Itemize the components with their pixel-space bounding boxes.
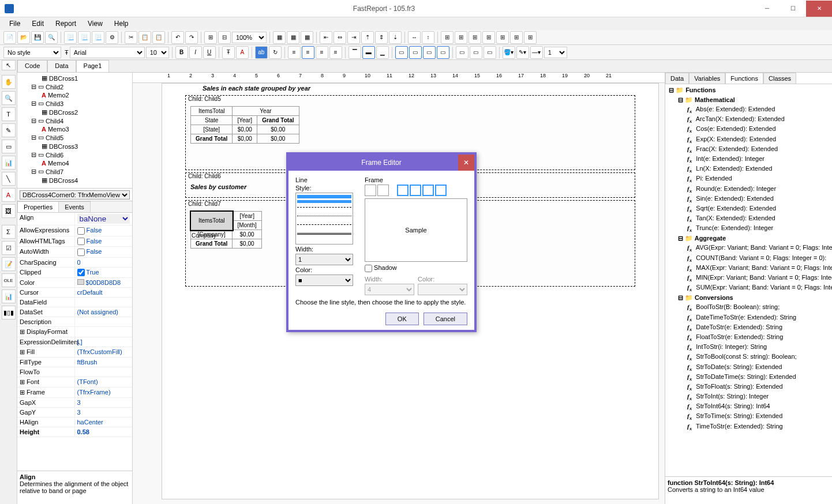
prop-row[interactable]: ExpressionDelimiters[,] [17, 337, 132, 347]
fontsize-combo[interactable]: 10 [146, 47, 169, 58]
barcode-tool[interactable]: ▮▯▮ [2, 306, 16, 319]
func-item[interactable]: fx TimeToStr(e: Extended): String [666, 422, 831, 432]
prop-row[interactable]: Description [17, 317, 132, 327]
undo-button[interactable]: ↶ [171, 31, 184, 44]
rotate-button[interactable]: ↻ [269, 46, 282, 59]
group-button[interactable]: ⊞ [204, 31, 217, 44]
tree-node[interactable]: ▦ DBCross4 [18, 176, 131, 185]
text-tool[interactable]: T [2, 107, 16, 121]
func-item[interactable]: fx DateTimeToStr(e: Extended): String [666, 313, 831, 323]
frame-left-button[interactable]: ▭ [423, 46, 436, 59]
func-item[interactable]: fx Exp(X: Extended): Extended [666, 135, 831, 145]
prop-row[interactable]: GapY3 [17, 408, 132, 418]
snap-button[interactable]: ▦ [287, 31, 299, 44]
rtab-variables[interactable]: Variables [689, 73, 725, 84]
prop-row[interactable]: ⊞ Frame(TfrxFrame) [17, 388, 132, 398]
align-center-button[interactable]: ⇔ [333, 31, 346, 44]
prop-row[interactable]: DataSet(Not assigned) [17, 307, 132, 317]
hand-tool[interactable]: ✋ [2, 75, 16, 89]
center-h-button[interactable]: ⊞ [441, 31, 454, 44]
func-group[interactable]: ⊟ 📁 Mathematical [666, 95, 831, 105]
halign-center-button[interactable]: ≡ [302, 46, 314, 59]
frame-all-preset[interactable] [377, 185, 389, 196]
frame-none-button[interactable]: ▭ [470, 46, 482, 59]
tab-properties[interactable]: Properties [17, 201, 59, 212]
frame-bot-button[interactable]: ▭ [409, 46, 422, 59]
tree-node[interactable]: ⊟ ▭ Child3 [18, 99, 131, 108]
frame-all-button[interactable]: ▭ [456, 46, 469, 59]
align-top-button[interactable]: ⇡ [361, 31, 374, 44]
frame-top-side[interactable] [397, 185, 408, 196]
report-title[interactable]: Sales in each state grouped by year [162, 84, 658, 93]
func-item[interactable]: fx Abs(e: Extended): Extended [666, 105, 831, 115]
func-group[interactable]: ⊟ 📁 Conversions [666, 293, 831, 303]
font-combo[interactable]: Arial [70, 47, 145, 58]
prop-row[interactable]: CharSpacing0 [17, 258, 132, 268]
same-h-button[interactable]: ⊞ [482, 31, 495, 44]
cut-button[interactable]: ✂ [125, 31, 137, 44]
func-item[interactable]: fx Sqrt(e: Extended): Extended [666, 204, 831, 214]
tab-events[interactable]: Events [58, 201, 91, 212]
menu-help[interactable]: Help [110, 18, 133, 29]
tree-node[interactable]: ⊟ ▭ Child5 [18, 133, 131, 142]
func-item[interactable]: fx Frac(X: Extended): Extended [666, 145, 831, 155]
halign-justify-button[interactable]: ≡ [329, 46, 342, 59]
align-left-button[interactable]: ⇤ [320, 31, 332, 44]
func-item[interactable]: fx Ln(X: Extended): Extended [666, 164, 831, 174]
sum-tool[interactable]: Σ [2, 225, 16, 239]
same-button[interactable]: ⊞ [510, 31, 523, 44]
func-item[interactable]: fx StrToInt64(s: String): Int64 [666, 402, 831, 412]
space-v-button[interactable]: ↕ [422, 31, 434, 44]
ok-button[interactable]: OK [385, 313, 419, 325]
grid-button[interactable]: ▦ [273, 31, 286, 44]
minimize-button[interactable]: ─ [754, 1, 780, 17]
line-style-list[interactable] [295, 193, 353, 245]
report-tree[interactable]: ▦ DBCross1⊟ ▭ Child2A Memo2⊟ ▭ Child3▦ D… [17, 73, 132, 188]
maximize-button[interactable]: ☐ [780, 1, 806, 17]
valign-top-button[interactable]: ▔ [348, 46, 361, 59]
func-item[interactable]: fx COUNT(Band: Variant = 0; Flags: Integ… [666, 254, 831, 264]
tree-node[interactable]: ⊟ ▭ Child6 [18, 151, 131, 159]
dialog-title[interactable]: Frame Editor ✕ [288, 155, 474, 171]
func-item[interactable]: fx Cos(e: Extended): Extended [666, 125, 831, 134]
tab-page1[interactable]: Page1 [76, 60, 110, 72]
close-button[interactable]: ✕ [806, 1, 832, 17]
prop-row[interactable]: ⊞ Font(TFont) [17, 377, 132, 388]
prop-row[interactable]: Color $00D8D8D8 [17, 278, 132, 288]
center-v-button[interactable]: ⊞ [455, 31, 467, 44]
func-item[interactable]: fx StrToInt(s: String): Integer [666, 392, 831, 402]
italic-button[interactable]: I [189, 46, 202, 59]
prop-row[interactable]: AutoWidth False [17, 247, 132, 258]
dbcross4[interactable]: ItemsTotal[Year] [Month] [Company]$0,00 … [190, 211, 262, 249]
copy-button[interactable]: 📋 [138, 31, 151, 44]
tree-node[interactable]: ⊟ ▭ Child2 [18, 82, 131, 91]
menu-report[interactable]: Report [51, 18, 81, 29]
frame-none-preset[interactable] [365, 185, 376, 196]
underline-button[interactable]: U [203, 46, 216, 59]
menu-view[interactable]: View [83, 18, 107, 29]
line-width-combo[interactable]: 1 [544, 47, 567, 58]
ole-tool[interactable]: OLE [2, 273, 16, 287]
func-group[interactable]: ⊟ 📁 Aggregate [666, 234, 831, 243]
func-item[interactable]: fx MAX(Expr: Variant; Band: Variant = 0;… [666, 264, 831, 273]
func-item[interactable]: fx Tan(X: Extended): Extended [666, 214, 831, 224]
arrow-tool[interactable]: ↖ [2, 60, 16, 70]
zoom-tool[interactable]: 🔍 [2, 91, 16, 105]
page-add-button[interactable]: 📃 [64, 31, 77, 44]
label-tool[interactable]: A [2, 188, 16, 202]
frame-top-button[interactable]: ▭ [395, 46, 408, 59]
new-button[interactable]: 📄 [3, 31, 16, 44]
object-selector[interactable]: DBCross4Corner0: TfrxMemoView [17, 189, 132, 201]
func-item[interactable]: fx StrToTime(s: String): Extended [666, 412, 831, 422]
preview-button[interactable]: 🔍 [45, 31, 58, 44]
tree-node[interactable]: A Memo2 [18, 91, 131, 99]
page-settings-button[interactable]: ⚙ [106, 31, 118, 44]
same-w-button[interactable]: ⊞ [469, 31, 481, 44]
space-h-button[interactable]: ↔ [408, 31, 421, 44]
property-grid[interactable]: AlignbaNoneAllowExpressions FalseAllowHT… [17, 213, 132, 471]
prop-row[interactable]: AllowExpressions False [17, 225, 132, 236]
func-item[interactable]: fx Pi: Extended [666, 174, 831, 184]
page-del-button[interactable]: 📃 [92, 31, 104, 44]
tab-data[interactable]: Data [47, 60, 76, 72]
frame-right-side[interactable] [435, 185, 447, 196]
